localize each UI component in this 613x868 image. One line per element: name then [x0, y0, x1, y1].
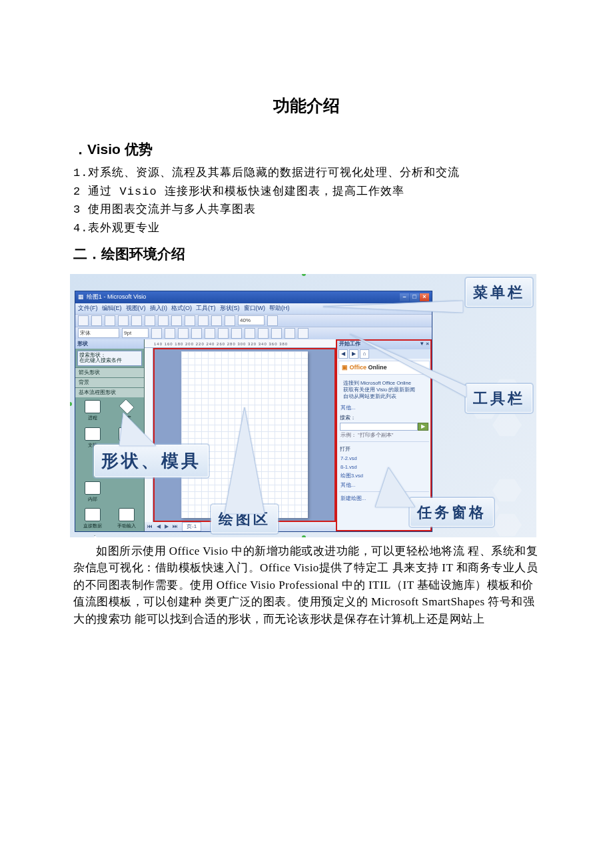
task-search: ▶	[340, 423, 428, 431]
connector-tool[interactable]	[225, 315, 235, 326]
list-item: 4.表外观更专业	[73, 220, 540, 237]
undo-button[interactable]	[171, 315, 182, 326]
line-color-button[interactable]	[245, 328, 255, 339]
align-center-button[interactable]	[205, 328, 215, 339]
line-weight-button[interactable]	[271, 328, 282, 339]
shape-process[interactable]: 进程	[77, 400, 109, 422]
callout-pointer	[323, 301, 463, 313]
open-button[interactable]	[91, 315, 102, 326]
task-search-go[interactable]: ▶	[418, 423, 428, 431]
tab-nav-next[interactable]: ▶	[165, 523, 169, 531]
section-1-heading: ．Visio 优势	[73, 139, 540, 160]
menu-view[interactable]: 视图(V)	[126, 304, 146, 313]
shape-label: 进程	[88, 415, 97, 422]
office-logo-icon: ▣	[342, 364, 350, 371]
shape-category[interactable]: 箭头形状	[75, 367, 144, 377]
shape-manual-input[interactable]: 手动输入	[111, 508, 143, 530]
search-section-label: 搜索：	[340, 414, 428, 422]
svg-marker-4	[375, 467, 415, 507]
shape-category[interactable]: 背景	[75, 377, 144, 387]
list-item: 3 使用图表交流并与多人共享图表	[73, 201, 540, 219]
tab-nav-prev[interactable]: ◀	[157, 523, 161, 531]
document-page: 功能介绍 ．Visio 优势 1.对系统、资源、流程及其幕后隐藏的数据进行可视化…	[0, 0, 613, 868]
search-placeholder: 在此键入搜索条件	[79, 358, 140, 364]
tab-nav-last[interactable]: ⏭	[173, 523, 178, 531]
callout-toolbar: 工具栏	[466, 384, 532, 413]
search-example: 示例： "打印多个副本"	[336, 431, 432, 439]
menu-tools[interactable]: 工具(T)	[196, 304, 216, 313]
page-tab[interactable]: 页-1	[182, 522, 201, 531]
callout-shapes: 形状、模具	[94, 445, 209, 477]
help-button[interactable]	[267, 315, 278, 326]
separator	[339, 441, 429, 442]
svg-marker-3	[225, 407, 265, 514]
save-button[interactable]	[105, 315, 115, 326]
selection-handle	[70, 402, 72, 406]
section-2-heading: 二．绘图环境介绍	[73, 243, 540, 265]
fill-color-button[interactable]	[258, 328, 269, 339]
callout-taskpane: 任务窗格	[410, 498, 494, 527]
font-color-button[interactable]	[231, 328, 242, 339]
menu-edit[interactable]: 编辑(E)	[102, 304, 122, 313]
tab-nav-first[interactable]: ⏮	[147, 523, 153, 531]
menu-format[interactable]: 格式(O)	[171, 304, 192, 313]
shape-direct-data[interactable]: 直接数据	[77, 508, 109, 530]
menu-help[interactable]: 帮助(H)	[269, 304, 290, 313]
open-section-label: 打开	[340, 445, 428, 453]
cut-button[interactable]	[131, 315, 142, 326]
screenshot-figure: ▦ 绘图1 - Microsoft Visio – □ × 文件(F) 编辑(E…	[70, 274, 536, 537]
ruler-horizontal: 140 160 180 200 220 240 260 280 300 320 …	[145, 339, 336, 348]
shape-category[interactable]: 基本流程图形状	[75, 387, 144, 397]
callout-pointer	[225, 407, 265, 514]
app-icon: ▦	[78, 293, 84, 302]
bold-button[interactable]	[151, 328, 162, 339]
callout-pointer	[350, 334, 466, 397]
shape-label-shape[interactable]: 标签	[77, 535, 109, 537]
page-title: 功能介绍	[73, 93, 540, 119]
list-item: 2 通过 Visio 连接形状和模板快速创建图表，提高工作效率	[73, 183, 540, 201]
align-left-button[interactable]	[191, 328, 202, 339]
shape-label: 手动输入	[117, 523, 136, 530]
window-title: 绘图1 - Microsoft Visio	[87, 293, 146, 302]
pointer-tool[interactable]	[198, 315, 209, 326]
italic-button[interactable]	[165, 328, 175, 339]
paste-button[interactable]	[158, 315, 169, 326]
svg-marker-0	[323, 301, 463, 313]
svg-marker-2	[119, 413, 156, 446]
menu-file[interactable]: 文件(F)	[78, 304, 98, 313]
font-size-dropdown[interactable]: 9pt	[122, 328, 149, 338]
print-button[interactable]	[118, 315, 129, 326]
menu-insert[interactable]: 插入(I)	[150, 304, 168, 313]
shape-internal[interactable]: 内部	[77, 481, 109, 503]
menu-window[interactable]: 窗口(W)	[244, 304, 266, 313]
shape-label: 直接数据	[83, 523, 102, 530]
underline-button[interactable]	[178, 328, 189, 339]
callout-menubar: 菜单栏	[466, 278, 532, 307]
standard-toolbar: 40%	[75, 314, 432, 327]
recent-file[interactable]: 7-2.vsd	[336, 454, 432, 463]
svg-marker-1	[350, 334, 466, 397]
shape-label: 内部	[88, 496, 97, 503]
callout-pointer	[119, 413, 159, 446]
new-button[interactable]	[78, 315, 89, 326]
redo-button[interactable]	[185, 315, 195, 326]
align-right-button[interactable]	[218, 328, 229, 339]
back-icon[interactable]: ◀	[338, 349, 348, 359]
shapes-search[interactable]: 搜索形状： 在此键入搜索条件	[77, 351, 142, 367]
font-dropdown[interactable]: 宋体	[78, 328, 119, 338]
callout-pointer	[375, 467, 415, 507]
task-link[interactable]: 其他...	[336, 403, 432, 412]
selection-handle	[302, 535, 306, 537]
selection-handle	[302, 274, 306, 276]
line-pattern-button[interactable]	[285, 328, 295, 339]
menu-shape[interactable]: 形状(S)	[220, 304, 240, 313]
list-item: 1.对系统、资源、流程及其幕后隐藏的数据进行可视化处理、分析和交流	[73, 165, 540, 182]
shapes-pane-title: 形状	[75, 339, 144, 349]
heading-prefix: ．	[73, 141, 87, 157]
text-tool[interactable]	[211, 315, 222, 326]
zoom-dropdown[interactable]: 40%	[238, 315, 265, 325]
copy-button[interactable]	[145, 315, 155, 326]
line-ends-button[interactable]	[298, 328, 308, 339]
task-search-input[interactable]	[340, 423, 418, 431]
heading-text: Visio 优势	[87, 141, 153, 157]
